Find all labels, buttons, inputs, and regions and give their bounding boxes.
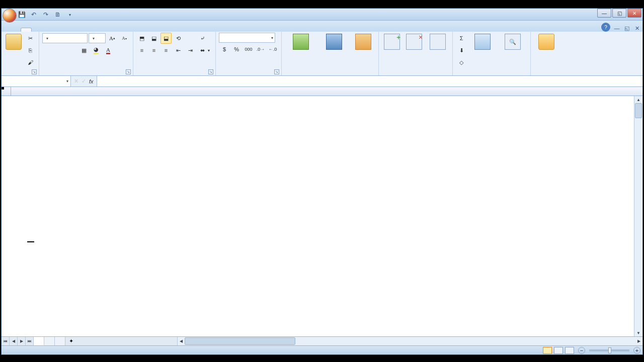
undo-icon[interactable]: ↶ (29, 10, 39, 20)
cut-icon[interactable]: ✂ (25, 33, 36, 44)
sheet-first-icon[interactable]: ⏮ (2, 337, 10, 345)
vertical-scrollbar[interactable]: ▲ ▼ (634, 96, 642, 336)
save-icon[interactable]: 💾 (17, 10, 27, 20)
increase-font-icon[interactable]: A▴ (107, 33, 118, 44)
maximize-button[interactable]: ◱ (612, 9, 626, 18)
sheet-prev-icon[interactable]: ◀ (10, 337, 18, 345)
fill-icon[interactable]: ⬇ (456, 45, 467, 56)
help-icon[interactable]: ? (601, 23, 610, 32)
copy-icon[interactable]: ⎘ (25, 45, 36, 56)
decrease-decimal-icon[interactable]: ←.0 (267, 44, 278, 55)
tab-exibicao[interactable] (88, 28, 98, 32)
zoom-slider[interactable] (589, 349, 629, 351)
number-launcher-icon[interactable]: ↘ (274, 69, 279, 74)
office-button[interactable] (3, 9, 17, 23)
decrease-indent-icon[interactable]: ⇤ (173, 45, 184, 56)
insert-cells-button[interactable]: + (382, 33, 402, 51)
find-select-icon: 🔍 (505, 34, 521, 50)
enter-formula-icon[interactable]: ✓ (82, 78, 86, 84)
print-icon[interactable]: 🗎 (53, 10, 63, 20)
font-color-icon[interactable]: A (103, 45, 114, 56)
zoom-in-icon[interactable]: + (633, 347, 640, 354)
paste-button[interactable] (5, 33, 23, 51)
minimize-button[interactable]: — (597, 9, 611, 18)
border-icon[interactable]: ▦ (78, 45, 90, 56)
scroll-right-icon[interactable]: ▶ (635, 337, 642, 345)
cancel-formula-icon[interactable]: ✕ (74, 78, 78, 84)
bold-button[interactable] (42, 45, 53, 56)
font-size-combo[interactable]: ▾ (89, 33, 106, 43)
insert-sheet-icon[interactable]: ✦ (65, 337, 76, 345)
format-cells-button[interactable] (426, 33, 449, 51)
minimize-ribbon-icon[interactable]: — (613, 25, 620, 32)
currency-icon[interactable]: $ (219, 44, 230, 55)
font-name-combo[interactable]: ▾ (42, 33, 88, 43)
align-right-icon[interactable]: ≡ (160, 45, 172, 56)
number-format-combo[interactable]: ▾ (219, 33, 275, 43)
increase-indent-icon[interactable]: ⇥ (185, 45, 196, 56)
align-left-icon[interactable]: ≡ (136, 45, 147, 56)
align-middle-icon[interactable]: ⬓ (148, 33, 159, 44)
horizontal-scrollbar[interactable]: ◀ ▶ (177, 337, 642, 345)
tab-dados[interactable] (66, 28, 76, 32)
tab-inicio[interactable] (21, 28, 32, 32)
percent-icon[interactable]: % (231, 44, 242, 55)
close-button[interactable]: ✕ (627, 9, 641, 18)
underline-button[interactable] (66, 45, 77, 56)
align-top-icon[interactable]: ⬒ (136, 33, 147, 44)
scroll-up-icon[interactable]: ▲ (634, 96, 642, 103)
italic-button[interactable] (54, 45, 65, 56)
align-bottom-icon[interactable]: ⬓ (160, 33, 172, 44)
name-box[interactable]: ▾ (2, 76, 71, 86)
clipboard-launcher-icon[interactable]: ↘ (32, 69, 37, 74)
fx-icon[interactable]: fx (89, 78, 94, 84)
spreadsheet-grid[interactable]: ▲ ▼ (2, 87, 642, 336)
orientation-icon[interactable]: ⟲ (173, 33, 184, 44)
cell-styles-button[interactable] (351, 33, 375, 51)
tab-inserir[interactable] (33, 28, 43, 32)
fill-color-icon[interactable]: ◕ (91, 45, 102, 56)
format-as-table-button[interactable] (319, 33, 349, 51)
decrease-font-icon[interactable]: A▾ (119, 33, 130, 44)
sheet-next-icon[interactable]: ▶ (18, 337, 26, 345)
sheet-tab-plan2[interactable] (44, 337, 55, 345)
font-launcher-icon[interactable]: ↘ (126, 69, 131, 74)
ribbon: ✂ ⎘ 🖌 ↘ ▾ ▾ A▴ A▾ (2, 32, 642, 76)
format-painter-icon[interactable]: 🖌 (25, 57, 36, 68)
hscroll-thumb[interactable] (185, 337, 295, 345)
align-center-icon[interactable]: ≡ (148, 45, 159, 56)
page-break-view-icon[interactable] (565, 347, 574, 354)
autosum-icon[interactable]: Σ (456, 33, 467, 44)
merge-center-button[interactable]: ⬌ ▾ (198, 45, 212, 56)
redo-icon[interactable]: ↷ (41, 10, 51, 20)
find-select-button[interactable]: 🔍 (498, 33, 527, 51)
close-workbook-icon[interactable]: ✕ (633, 25, 640, 32)
scroll-left-icon[interactable]: ◀ (178, 337, 185, 345)
thousands-icon[interactable]: 000 (243, 44, 254, 55)
restore-workbook-icon[interactable]: ◱ (623, 25, 630, 32)
sheet-last-icon[interactable]: ⏭ (26, 337, 34, 345)
tab-suplementos[interactable] (99, 28, 109, 32)
alignment-launcher-icon[interactable]: ↘ (208, 69, 213, 74)
sheet-tab-plan1[interactable] (34, 337, 44, 345)
increase-decimal-icon[interactable]: .0→ (255, 44, 266, 55)
page-layout-view-icon[interactable] (554, 347, 563, 354)
tab-revisao[interactable] (77, 28, 87, 32)
qat-customize-icon[interactable]: ▾ (65, 10, 75, 20)
sheet-tab-plan3[interactable] (55, 337, 65, 345)
select-all-corner[interactable] (2, 87, 11, 96)
formula-input[interactable] (97, 76, 642, 86)
sign-encode-button[interactable] (534, 33, 559, 51)
tab-layout[interactable] (44, 28, 54, 32)
scroll-down-icon[interactable]: ▼ (634, 329, 642, 336)
wrap-text-button[interactable]: ⤶ (198, 33, 212, 44)
normal-view-icon[interactable] (543, 347, 552, 354)
vscroll-thumb[interactable] (635, 103, 642, 118)
zoom-handle[interactable] (608, 347, 611, 353)
clear-icon[interactable]: ◇ (456, 57, 467, 68)
delete-cells-button[interactable]: × (404, 33, 424, 51)
zoom-out-icon[interactable]: − (578, 347, 585, 354)
tab-formulas[interactable] (55, 28, 65, 32)
sort-filter-button[interactable] (469, 33, 496, 51)
conditional-formatting-button[interactable] (285, 33, 317, 51)
